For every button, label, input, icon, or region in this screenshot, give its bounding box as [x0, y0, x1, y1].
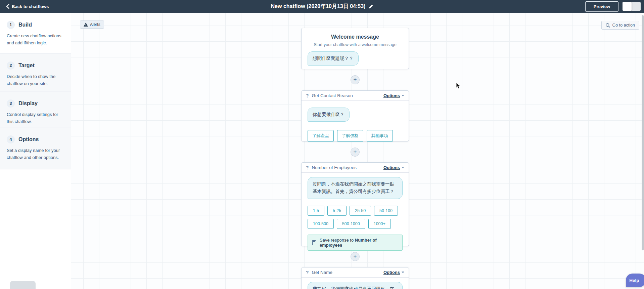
- sidebar-item-build[interactable]: 1 Build Create new chatflow actions and …: [0, 13, 71, 53]
- alerts-label: Alerts: [90, 22, 100, 27]
- flag-icon: [312, 240, 316, 245]
- quick-reply-button[interactable]: 100-500: [308, 219, 334, 229]
- preview-button[interactable]: Preview: [585, 1, 618, 12]
- quick-replies: 100-500 500-1000 1000+: [308, 219, 403, 229]
- step-description: Create new chatflow actions and add if/t…: [7, 33, 64, 47]
- options-dropdown[interactable]: Options: [383, 165, 404, 170]
- card-title: Get Name: [312, 270, 380, 275]
- chevron-down-icon: [402, 95, 404, 96]
- question-icon: ?: [306, 165, 309, 170]
- edit-pencil-icon[interactable]: [369, 4, 373, 9]
- step-title: Target: [18, 63, 35, 69]
- step-description: Set a display name for your chatflow and…: [7, 147, 64, 161]
- go-to-action-button[interactable]: Go to action: [601, 21, 639, 30]
- card-title: Number of Employees: [312, 165, 380, 170]
- add-action-button[interactable]: +: [351, 75, 360, 84]
- question-bubble[interactable]: 沒問題，不過在我們開始之前我需要一點基本資訊。首先，貴公司有多少位員工？: [308, 177, 403, 199]
- quick-reply-button[interactable]: 了解產品: [308, 130, 334, 142]
- add-action-button[interactable]: +: [351, 148, 360, 157]
- question-bubble[interactable]: 非常好，我們團隊的成員會再回覆你。在那之前，: [308, 282, 403, 289]
- mouse-cursor: [456, 82, 461, 91]
- step-number-badge: 1: [7, 21, 15, 29]
- alerts-button[interactable]: Alerts: [80, 20, 104, 29]
- steps-sidebar: 1 Build Create new chatflow actions and …: [0, 13, 71, 289]
- step-description: Decide when to show the chatflow on your…: [7, 73, 64, 87]
- bottom-left-partial-toast: [10, 281, 36, 289]
- save-response-bar[interactable]: Save response to Number of employees: [308, 235, 403, 251]
- quick-reply-button[interactable]: 500-1000: [337, 219, 365, 229]
- card-header: ? Number of Employees Options: [302, 163, 409, 173]
- quick-reply-button[interactable]: 5-25: [327, 206, 347, 216]
- toggle-knob: [623, 2, 632, 11]
- sidebar-item-display[interactable]: 3 Display Control display settings for t…: [0, 91, 71, 127]
- quick-reply-button[interactable]: 了解價格: [337, 130, 363, 142]
- welcome-message-card[interactable]: Welcome message Start your chatflow with…: [301, 28, 409, 69]
- step-number-badge: 2: [7, 61, 15, 70]
- welcome-card-title: Welcome message: [302, 34, 409, 40]
- card-header: ? Get Name Options: [302, 267, 409, 278]
- get-contact-reason-card[interactable]: ? Get Contact Reason Options 你想要做什麼？ 了解產…: [301, 90, 409, 141]
- save-response-text: Save response to Number of employees: [320, 238, 398, 248]
- quick-reply-button[interactable]: 1000+: [368, 219, 391, 229]
- number-of-employees-card[interactable]: ? Number of Employees Options 沒問題，不過在我們開…: [301, 162, 409, 246]
- options-dropdown[interactable]: Options: [383, 93, 404, 98]
- publish-toggle[interactable]: [623, 2, 641, 11]
- step-number-badge: 3: [7, 99, 15, 108]
- question-bubble[interactable]: 你想要做什麼？: [308, 108, 350, 122]
- chevron-left-icon: [6, 4, 9, 9]
- help-button[interactable]: Help: [626, 274, 644, 287]
- get-name-card[interactable]: ? Get Name Options 非常好，我們團隊的成員會再回覆你。在那之前…: [301, 267, 409, 289]
- topbar-right-group: Preview: [585, 1, 641, 12]
- quick-replies: 了解產品 了解價格 其他事項: [308, 130, 403, 142]
- quick-reply-button[interactable]: 1-5: [308, 206, 324, 216]
- page-title: New chatflow (2020年10月13日 04:53): [271, 3, 366, 10]
- top-navbar: Back to chatflows New chatflow (2020年10月…: [0, 0, 644, 13]
- sidebar-item-target[interactable]: 2 Target Decide when to show the chatflo…: [0, 53, 71, 91]
- chatflow-builder-app: Back to chatflows New chatflow (2020年10月…: [0, 0, 644, 289]
- options-label: Options: [383, 270, 400, 275]
- vertical-scrollbar[interactable]: [642, 15, 644, 250]
- step-title: Options: [18, 136, 39, 142]
- chevron-down-icon: [402, 167, 404, 168]
- step-description: Control display settings for this chatfl…: [7, 111, 64, 125]
- card-title: Get Contact Reason: [312, 93, 380, 98]
- step-title: Display: [18, 100, 38, 107]
- question-icon: ?: [306, 93, 309, 98]
- card-header: ? Get Contact Reason Options: [302, 91, 409, 101]
- go-to-action-label: Go to action: [612, 23, 635, 28]
- add-action-button[interactable]: +: [351, 252, 360, 261]
- options-label: Options: [383, 165, 400, 170]
- quick-reply-button[interactable]: 其他事項: [367, 130, 393, 142]
- step-title: Build: [18, 22, 32, 28]
- back-label: Back to chatflows: [12, 4, 49, 9]
- options-label: Options: [383, 93, 400, 98]
- quick-replies: 1-5 5-25 25-50 50-100: [308, 206, 403, 216]
- step-number-badge: 4: [7, 135, 15, 143]
- search-icon: [606, 23, 610, 28]
- warning-icon: [84, 23, 88, 27]
- sidebar-item-options[interactable]: 4 Options Set a display name for your ch…: [0, 127, 71, 169]
- question-icon: ?: [306, 270, 309, 275]
- welcome-message-bubble[interactable]: 想問什麼問題呢？？: [308, 51, 359, 66]
- quick-reply-button[interactable]: 50-100: [374, 206, 398, 216]
- flow-canvas[interactable]: Alerts Go to action Welcome message Star…: [71, 13, 644, 289]
- welcome-card-subtitle: Start your chatflow with a welcome messa…: [302, 42, 409, 47]
- back-to-chatflows-link[interactable]: Back to chatflows: [6, 4, 49, 9]
- quick-reply-button[interactable]: 25-50: [350, 206, 371, 216]
- chevron-down-icon: [402, 272, 404, 273]
- options-dropdown[interactable]: Options: [383, 270, 404, 275]
- title-area: New chatflow (2020年10月13日 04:53): [0, 0, 644, 13]
